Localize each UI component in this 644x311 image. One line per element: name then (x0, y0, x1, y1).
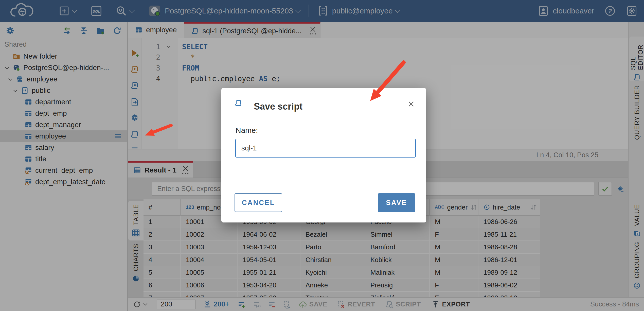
close-dialog-icon[interactable] (407, 100, 415, 108)
name-label: Name: (236, 126, 258, 135)
script-icon (235, 99, 242, 107)
save-script-dialog: Save script Name: CANCEL SAVE (221, 88, 426, 222)
cloudbeaver-app: SQL PostgreSQL@ep-hidden-moon-55203 publ… (0, 0, 644, 311)
cancel-button[interactable]: CANCEL (235, 193, 282, 212)
save-button[interactable]: SAVE (378, 193, 415, 212)
script-name-input[interactable] (235, 139, 416, 158)
dialog-title: Save script (254, 101, 302, 112)
